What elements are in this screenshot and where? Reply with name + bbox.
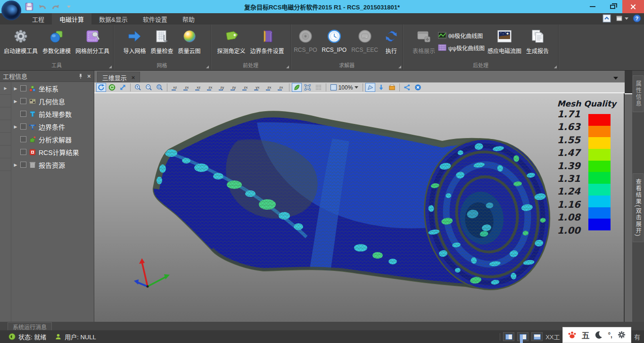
group-expand-icon[interactable] <box>554 65 557 68</box>
group-expand-icon[interactable] <box>109 65 112 68</box>
tree-row-header[interactable] <box>0 95 11 107</box>
group-expand-icon[interactable] <box>398 65 401 68</box>
ribbon-button-启动建模工具[interactable]: 启动建模工具 <box>2 26 40 56</box>
ribbon-button-RCS_EEC[interactable]: RCS_EEC <box>349 26 380 54</box>
viewport-right-gutter[interactable] <box>625 93 632 322</box>
layout-bottom-panel-button[interactable] <box>531 332 543 341</box>
zoom-level-selector[interactable]: 100% <box>329 84 361 91</box>
layout-left-panel-button[interactable] <box>503 332 514 341</box>
tab-数据&显示[interactable]: 数据&显示 <box>91 13 135 24</box>
axis-view-button-3[interactable]: xz <box>193 83 204 92</box>
checkbox[interactable] <box>20 162 26 168</box>
axis-view-button-10[interactable]: zx <box>276 83 287 92</box>
collapse-ribbon-button[interactable] <box>603 14 611 23</box>
checkbox[interactable] <box>20 98 26 104</box>
layout-split-panel-button[interactable] <box>517 332 528 341</box>
close-button[interactable] <box>622 0 644 13</box>
tree-item-坐标系[interactable]: ▶坐标系 <box>11 82 94 95</box>
plane-select-button[interactable] <box>303 83 313 92</box>
panel-close-icon[interactable]: × <box>87 73 91 80</box>
ribbon-button-边界条件设置[interactable]: 边界条件设置 <box>248 26 286 56</box>
ribbon-button-质量检查[interactable]: 质量检查 <box>149 26 175 56</box>
axis-view-button-7[interactable]: zx <box>240 83 251 92</box>
zoom-in-button[interactable] <box>133 83 143 92</box>
ribbon-button-参数化建模[interactable]: 参数化建模 <box>41 26 73 56</box>
tab-软件设置[interactable]: 软件设置 <box>135 13 175 24</box>
tree-row-header[interactable] <box>0 158 11 171</box>
vertical-tab-属性信息[interactable]: 属性信息 <box>633 75 644 112</box>
tab-list-dropdown-icon[interactable] <box>613 77 618 80</box>
viewport-stage[interactable]: Mesh Quality 1.711.631.551.471.391.311.2… <box>94 93 625 322</box>
tree-item-前处理参数[interactable]: 前处理参数 <box>11 107 94 120</box>
tab-close-icon[interactable]: × <box>132 74 135 81</box>
ribbon-button-探测角定义[interactable]: 探测角定义 <box>215 26 247 56</box>
smooth-shading-button[interactable] <box>292 83 302 92</box>
ribbon-button-质量云图[interactable]: 质量云图 <box>176 26 203 56</box>
cancel-view-button[interactable] <box>413 83 423 92</box>
tab-电磁计算[interactable]: 电磁计算 <box>52 13 91 24</box>
axis-view-button-9[interactable]: zx <box>264 83 275 92</box>
zoom-out-button[interactable] <box>144 83 154 92</box>
expander-icon[interactable]: ▶ <box>13 86 18 91</box>
group-expand-icon[interactable] <box>286 65 289 68</box>
ribbon-button-网格剖分工具[interactable]: 网格剖分工具 <box>74 26 111 56</box>
checkbox[interactable] <box>20 85 26 91</box>
axis-view-button-5[interactable]: zy <box>217 83 228 92</box>
tab-3d-display[interactable]: 三维显示 × <box>97 72 140 82</box>
ime-logo-paw-icon[interactable] <box>568 330 577 339</box>
axis-view-button-1[interactable]: xz <box>170 83 181 92</box>
share-view-button[interactable] <box>402 83 412 92</box>
checkbox[interactable] <box>20 123 26 130</box>
window-style-button[interactable] <box>615 14 629 23</box>
ribbon-button-导入网格[interactable]: 导入网格 <box>121 26 148 56</box>
axis-view-button-2[interactable]: zx <box>182 83 192 92</box>
expander-icon[interactable]: ▶ <box>13 99 18 104</box>
ribbon-button-表格展示[interactable]: 表格展示 <box>411 26 437 56</box>
viewport-canvas[interactable] <box>94 93 624 322</box>
axis-view-button-4[interactable]: zx <box>205 83 216 92</box>
snapshot-button[interactable] <box>387 83 397 92</box>
vertical-tab-查看结果(双击展开)[interactable]: 查看结果(双击展开) <box>633 173 644 242</box>
ime-settings-gear-icon[interactable] <box>617 330 626 339</box>
group-expand-icon[interactable] <box>206 65 209 68</box>
minimize-button[interactable] <box>583 0 603 13</box>
ime-moon-icon[interactable] <box>594 330 603 339</box>
tree-row-header[interactable] <box>0 120 11 133</box>
ime-toolbar[interactable]: 五 °, <box>562 327 631 343</box>
ime-wubi-toggle[interactable]: 五 <box>581 329 589 341</box>
tree-item-报告资源[interactable]: ▶报告资源 <box>11 158 94 171</box>
zoom-window-button[interactable] <box>155 83 165 92</box>
grid-toggle-button[interactable] <box>314 83 323 92</box>
tree-item-几何信息[interactable]: ▶几何信息 <box>11 95 94 107</box>
expander-icon[interactable]: ▶ <box>13 163 18 167</box>
restore-button[interactable] <box>603 0 622 13</box>
tree-item-RCS计算结果[interactable]: RCS计算结果 <box>11 146 94 158</box>
tree-row-header[interactable] <box>0 107 11 120</box>
pan-button[interactable] <box>118 83 128 92</box>
help-button[interactable]: ? <box>633 14 641 23</box>
axis-view-button-6[interactable]: zy <box>229 83 239 92</box>
ime-punctuation-toggle[interactable]: °, <box>608 331 612 339</box>
orbit-button[interactable] <box>107 83 117 92</box>
app-logo[interactable] <box>1 0 21 20</box>
tree-item-边界条件[interactable]: ▶边界条件 <box>11 120 94 133</box>
drop-view-button[interactable] <box>376 83 386 92</box>
tab-帮助[interactable]: 帮助 <box>175 13 202 24</box>
pin-icon[interactable] <box>78 74 83 79</box>
ribbon-button-RCS_IPO[interactable]: RCS_IPO <box>320 26 348 54</box>
section-view-button[interactable] <box>365 83 375 92</box>
tab-工程[interactable]: 工程 <box>25 13 52 24</box>
tree-row-header[interactable] <box>0 133 11 146</box>
tree-row-header[interactable] <box>0 146 11 158</box>
ribbon-button-执行[interactable]: 执行 <box>381 26 402 56</box>
checkbox[interactable] <box>20 136 26 142</box>
checkbox[interactable] <box>20 149 26 155</box>
expander-icon[interactable]: ▶ <box>13 124 18 129</box>
system-message-tab[interactable]: 系统运行消息 <box>8 322 52 330</box>
ribbon-button-生成报告[interactable]: 生成报告 <box>524 26 551 56</box>
ribbon-button-θθ极化曲线图[interactable]: θθ极化曲线图 <box>438 31 485 40</box>
ribbon-button-感应电磁流图[interactable]: 感应电磁流图 <box>486 26 523 56</box>
ribbon-button-ψψ极化曲线图[interactable]: ψψ极化曲线图 <box>438 43 485 52</box>
checkbox[interactable] <box>20 111 26 117</box>
axis-view-button-8[interactable]: yx <box>252 83 263 92</box>
